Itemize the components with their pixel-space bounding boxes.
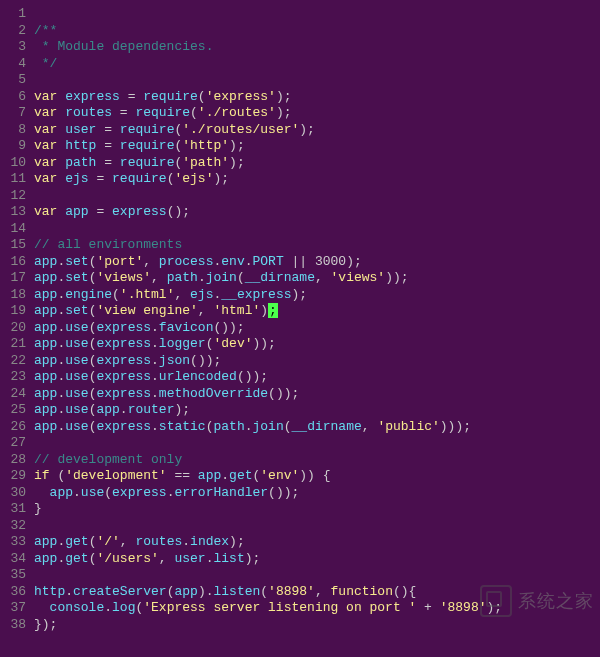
code-token: ()); xyxy=(190,353,221,368)
code-line[interactable]: app.use(express.methodOverride()); xyxy=(34,386,600,403)
code-line[interactable]: var http = require('http'); xyxy=(34,138,600,155)
code-line[interactable]: app.engine('.html', ejs.__express); xyxy=(34,287,600,304)
code-line[interactable]: app.use(express.logger('dev')); xyxy=(34,336,600,353)
code-token: (){ xyxy=(393,584,416,599)
code-token: join xyxy=(253,419,284,434)
code-token: var xyxy=(34,122,57,137)
code-line[interactable]: app.set('port', process.env.PORT || 3000… xyxy=(34,254,600,271)
code-line[interactable]: app.use(express.json()); xyxy=(34,353,600,370)
code-token: )) { xyxy=(299,468,330,483)
code-token: 'dev' xyxy=(213,336,252,351)
code-line[interactable]: var path = require('path'); xyxy=(34,155,600,172)
code-token: function xyxy=(331,584,393,599)
code-token: . xyxy=(151,336,159,351)
code-token: ( xyxy=(237,270,245,285)
code-token: app xyxy=(34,386,57,401)
code-line[interactable] xyxy=(34,435,600,452)
code-line[interactable]: app.use(app.router); xyxy=(34,402,600,419)
code-token: 'port' xyxy=(96,254,143,269)
code-token: */ xyxy=(34,56,57,71)
code-token: . xyxy=(73,485,81,500)
code-token: ()); xyxy=(213,320,244,335)
code-token: log xyxy=(112,600,135,615)
line-number: 22 xyxy=(4,353,26,370)
code-token: require xyxy=(135,105,190,120)
code-token: + xyxy=(416,600,439,615)
code-token: , xyxy=(151,270,167,285)
code-token: use xyxy=(65,419,88,434)
code-line[interactable]: app.set('views', path.join(__dirname, 'v… xyxy=(34,270,600,287)
code-token: var xyxy=(34,105,57,120)
code-line[interactable]: var app = express(); xyxy=(34,204,600,221)
code-token: app xyxy=(34,287,57,302)
code-token: user xyxy=(65,122,96,137)
code-content[interactable]: /** * Module dependencies. */ var expres… xyxy=(34,6,600,633)
line-number: 29 xyxy=(4,468,26,485)
code-token: * Module dependencies. xyxy=(34,39,213,54)
code-line[interactable] xyxy=(34,6,600,23)
code-line[interactable]: var ejs = require('ejs'); xyxy=(34,171,600,188)
code-token: app xyxy=(198,468,221,483)
code-token: app xyxy=(34,402,57,417)
code-token: var xyxy=(34,138,57,153)
line-number: 25 xyxy=(4,402,26,419)
code-token: ) xyxy=(260,303,268,318)
code-line[interactable] xyxy=(34,221,600,238)
code-token: get xyxy=(229,468,252,483)
code-token: ). xyxy=(198,584,214,599)
code-line[interactable]: }); xyxy=(34,617,600,634)
code-line[interactable]: app.use(express.favicon()); xyxy=(34,320,600,337)
code-token: app xyxy=(34,303,57,318)
code-token: == xyxy=(167,468,198,483)
code-token: require xyxy=(112,171,167,186)
code-token: , xyxy=(159,551,175,566)
code-token: listen xyxy=(213,584,260,599)
code-line[interactable]: app.get('/', routes.index); xyxy=(34,534,600,551)
code-line[interactable]: * Module dependencies. xyxy=(34,39,600,56)
code-token: // all environments xyxy=(34,237,182,252)
code-line[interactable]: app.use(express.errorHandler()); xyxy=(34,485,600,502)
code-line[interactable]: app.set('view engine', 'html'); xyxy=(34,303,600,320)
code-token: env xyxy=(221,254,244,269)
code-token: urlencoded xyxy=(159,369,237,384)
code-token xyxy=(34,600,50,615)
code-token: ); xyxy=(276,105,292,120)
watermark-text: 系统之家 xyxy=(518,593,594,610)
code-token: ejs xyxy=(65,171,88,186)
code-line[interactable]: var express = require('express'); xyxy=(34,89,600,106)
code-token: , xyxy=(362,419,378,434)
code-token: )); xyxy=(385,270,408,285)
code-line[interactable] xyxy=(34,72,600,89)
code-token: use xyxy=(65,369,88,384)
code-line[interactable]: // development only xyxy=(34,452,600,469)
code-line[interactable]: // all environments xyxy=(34,237,600,254)
code-line[interactable] xyxy=(34,518,600,535)
code-line[interactable] xyxy=(34,567,600,584)
code-token: . xyxy=(245,254,253,269)
line-number: 38 xyxy=(4,617,26,634)
code-line[interactable] xyxy=(34,188,600,205)
code-line[interactable]: app.use(express.urlencoded()); xyxy=(34,369,600,386)
code-line[interactable]: /** xyxy=(34,23,600,40)
code-token: ( xyxy=(190,105,198,120)
code-token: path xyxy=(213,419,244,434)
line-number: 6 xyxy=(4,89,26,106)
code-token: app xyxy=(34,254,57,269)
code-line[interactable]: if ('development' == app.get('env')) { xyxy=(34,468,600,485)
code-line[interactable]: */ xyxy=(34,56,600,73)
code-line[interactable]: var user = require('./routes/user'); xyxy=(34,122,600,139)
code-line[interactable]: } xyxy=(34,501,600,518)
code-token: ); xyxy=(213,171,229,186)
code-line[interactable]: app.get('/users', user.list); xyxy=(34,551,600,568)
code-line[interactable]: var routes = require('./routes'); xyxy=(34,105,600,122)
code-token: require xyxy=(143,89,198,104)
code-token: favicon xyxy=(159,320,214,335)
code-token: use xyxy=(65,320,88,335)
line-number: 4 xyxy=(4,56,26,73)
code-editor[interactable]: 1234567891011121314151617181920212223242… xyxy=(0,0,600,633)
code-line[interactable]: app.use(express.static(path.join(__dirna… xyxy=(34,419,600,436)
code-token: /** xyxy=(34,23,57,38)
code-token: // development only xyxy=(34,452,182,467)
code-token: express xyxy=(96,336,151,351)
code-token: . xyxy=(182,534,190,549)
